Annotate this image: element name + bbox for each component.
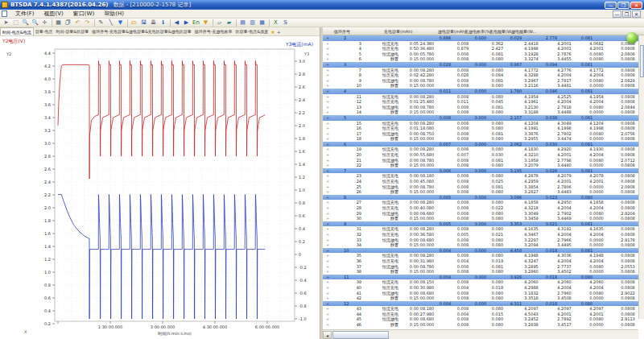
chart-tab-1[interactable]: 容量-电压	[34, 27, 55, 36]
cycle-row-6[interactable]: +60.0070.0002.0620.0300.081	[323, 142, 644, 147]
step-row-41[interactable]: +41恒流放电0:00:08.6800.0080.0803.18322.7960…	[323, 291, 644, 296]
cycle-row-12[interactable]: +120.0040.0004.3110.0180.080	[323, 301, 644, 307]
compare-chart-icon[interactable]: ▰	[225, 19, 233, 27]
expand-icon[interactable]: +	[323, 62, 332, 68]
scroll-left-arrow[interactable]: ◂	[323, 331, 332, 339]
expand-icon[interactable]: +	[323, 275, 332, 280]
expand-icon[interactable]: +	[323, 264, 332, 270]
cycle-row-9[interactable]: +90.0050.0003.3530.0210.081	[323, 221, 644, 227]
step-row-29[interactable]: +29恒流放电0:00:08.6800.0080.0803.30492.7902…	[323, 211, 644, 217]
expand-icon[interactable]: +	[323, 35, 332, 41]
maximize-button[interactable]: ❐	[617, 2, 630, 9]
window-cascade-icon[interactable]: ▤	[238, 19, 247, 27]
redo-icon[interactable]: ↷	[83, 19, 92, 27]
close-button[interactable]: ✕	[630, 2, 642, 9]
expand-icon[interactable]: +	[323, 168, 332, 174]
green-sphere-icon[interactable]	[626, 32, 638, 43]
chart-tab-0[interactable]: 时间-电压&电流	[0, 27, 34, 36]
export-en-icon[interactable]: En	[192, 19, 200, 27]
expand-icon[interactable]: +	[323, 316, 332, 322]
select-icon[interactable]: ➤	[2, 19, 10, 27]
expand-icon[interactable]: +	[323, 189, 332, 195]
zoom-in-icon[interactable]: 🔍	[21, 19, 30, 27]
expand-icon[interactable]: +	[323, 285, 332, 291]
expand-icon[interactable]: +	[323, 89, 332, 94]
step-row-17[interactable]: +17恒流放电0:00:08.7500.0080.0813.38762.7802…	[323, 131, 644, 137]
expand-icon[interactable]: +	[323, 195, 332, 201]
expand-icon[interactable]: +	[323, 115, 332, 121]
expand-icon[interactable]: +	[323, 158, 332, 163]
expand-icon[interactable]: +	[323, 221, 332, 227]
table-header-2[interactable]: 放电容量(mAh)	[438, 29, 466, 34]
horizontal-scrollbar[interactable]: ◂	[323, 329, 638, 339]
cycle-row-8[interactable]: +80.0050.0003.0960.0230.080	[323, 195, 644, 201]
step-row-36[interactable]: +36恒压充电0:00:31.9800.0040.0194.32474.2004…	[323, 258, 644, 264]
expand-icon[interactable]: +	[323, 226, 332, 232]
zoom-window-icon[interactable]: ⬚	[11, 19, 20, 27]
step-row-15[interactable]: +15恒流充电0:00:08.2800.0080.0804.12044.3049…	[323, 121, 644, 126]
table-header-1[interactable]: 充电容量(mAh)	[384, 29, 412, 34]
save-icon[interactable]: 🖫	[139, 19, 148, 27]
menu-item-2[interactable]: 窗口(W)	[68, 10, 99, 17]
mdi-button-2[interactable]: ✕	[632, 10, 641, 18]
step-row-31[interactable]: +31恒流充电0:00:08.2800.0080.0804.16354.3191…	[323, 226, 644, 232]
expand-icon[interactable]: +	[323, 301, 332, 307]
expand-icon[interactable]: +	[323, 184, 332, 190]
step-row-16[interactable]: +16恒压充电0:01:18.0800.0080.0804.19914.1998…	[323, 126, 644, 131]
step-row-11[interactable]: +11恒流充电0:00:08.2800.0080.0804.19544.2525…	[323, 94, 644, 100]
step-row-26[interactable]: +26静置0:15:00.0000.0080.0803.28273.44830.…	[323, 189, 644, 195]
step-row-6[interactable]: +6静置0:15:00.0000.0080.0803.32743.44550.0…	[323, 56, 644, 62]
expand-icon[interactable]: +	[323, 121, 332, 126]
chart-tab-5[interactable]: 比容量-电压&温度	[234, 27, 270, 36]
table-body[interactable]: +20.8860.0000.0292.7780.081+3恒流充电0:05:24…	[323, 35, 644, 329]
expand-icon[interactable]: +	[323, 269, 332, 275]
expand-icon[interactable]: +	[323, 322, 332, 328]
cycle-row-7[interactable]: +70.0060.0003.1950.0260.081	[323, 168, 644, 174]
chart-tab-3[interactable]: 循环序号-充电容量&放电容量&充电比容量&放电比容量	[90, 27, 193, 36]
menu-item-3[interactable]: 帮助(H)	[99, 10, 129, 17]
expand-icon[interactable]: +	[323, 41, 332, 47]
step-row-3[interactable]: +3恒流充电0:05:24.3800.0080.3622.44184.20014…	[323, 41, 644, 47]
expand-icon[interactable]: +	[323, 179, 332, 184]
expand-icon[interactable]: +	[323, 72, 332, 78]
step-row-35[interactable]: +35恒流充电0:00:08.2800.0080.0804.19484.3036…	[323, 253, 644, 258]
step-row-22[interactable]: +22静置0:15:00.0000.0080.0803.20793.44800.…	[323, 163, 644, 168]
expand-icon[interactable]: +	[323, 147, 332, 152]
overlay-chart-icon[interactable]: ▱	[215, 19, 224, 27]
expand-icon[interactable]: +	[323, 312, 332, 317]
pan-icon[interactable]: ✛	[40, 19, 49, 27]
expand-icon[interactable]: +	[323, 253, 332, 258]
window-grid-icon[interactable]: ▦	[258, 19, 266, 27]
step-row-8[interactable]: +8恒压充电0:02:42.2800.0280.0844.32884.20044…	[323, 72, 644, 78]
pen-icon[interactable]: ✎	[97, 19, 105, 27]
favorite-star-icon[interactable]: ★	[270, 29, 275, 35]
expand-icon[interactable]: +	[323, 238, 332, 243]
excel-export-icon[interactable]: X	[271, 19, 280, 27]
step-row-28[interactable]: +28恒压充电0:00:40.0800.0080.0224.32184.2004…	[323, 205, 644, 211]
report-icon[interactable]: S	[281, 19, 290, 27]
step-row-45[interactable]: +45恒流放电0:00:08.6800.0080.0803.24522.7892…	[323, 316, 644, 322]
expand-icon[interactable]: +	[323, 78, 332, 84]
step-row-4[interactable]: +4恒压充电0:50:36.4800.8792.4274.19984.20014…	[323, 46, 644, 52]
chart-tab-4[interactable]: 循环序号-充放电效率	[193, 27, 234, 36]
step-row-19[interactable]: +19恒流充电0:00:08.2800.0080.0804.18304.2920…	[323, 147, 644, 152]
chart-tab-2[interactable]: 时间-容量&比容量	[55, 27, 91, 36]
step-row-32[interactable]: +32恒压充电0:00:36.5800.0050.0214.34674.2004…	[323, 232, 644, 238]
step-row-25[interactable]: +25恒流放电0:00:08.7800.0080.0813.38542.7806…	[323, 184, 644, 190]
folder-open-icon[interactable]: 🗁	[130, 19, 138, 27]
expand-icon[interactable]: +	[323, 211, 332, 217]
expand-icon[interactable]: +	[323, 83, 332, 89]
chart-area[interactable]: Y2电压(V) Y3电流(mA) 4.44.24.03.83.63.43.23.…	[0, 36, 320, 339]
expand-icon[interactable]: +	[323, 200, 332, 205]
step-row-12[interactable]: +12恒压充电0:01:25.4800.0110.0454.19614.2004…	[323, 99, 644, 105]
expand-icon[interactable]: +	[323, 152, 332, 158]
cycle-row-4[interactable]: +40.0110.0001.7800.0460.081	[323, 89, 644, 94]
table-header[interactable]: 循环序号充电容量(mAh)放电容量(mAh)充放电效率(%)充电能量(W...放…	[323, 27, 644, 35]
step-row-9[interactable]: +9恒流放电0:00:08.7800.0080.0813.29672.78170…	[323, 78, 644, 84]
step-row-27[interactable]: +27恒流充电0:00:08.2800.0080.0804.18584.2950…	[323, 200, 644, 205]
expand-icon[interactable]: +	[323, 131, 332, 137]
step-row-5[interactable]: +5恒流放电0:00:05.7800.0080.0813.19282.78760…	[323, 52, 644, 57]
menu-item-1[interactable]: 视图(V)	[39, 10, 68, 17]
expand-icon[interactable]: +	[323, 105, 332, 110]
expand-icon[interactable]: +	[323, 46, 332, 52]
